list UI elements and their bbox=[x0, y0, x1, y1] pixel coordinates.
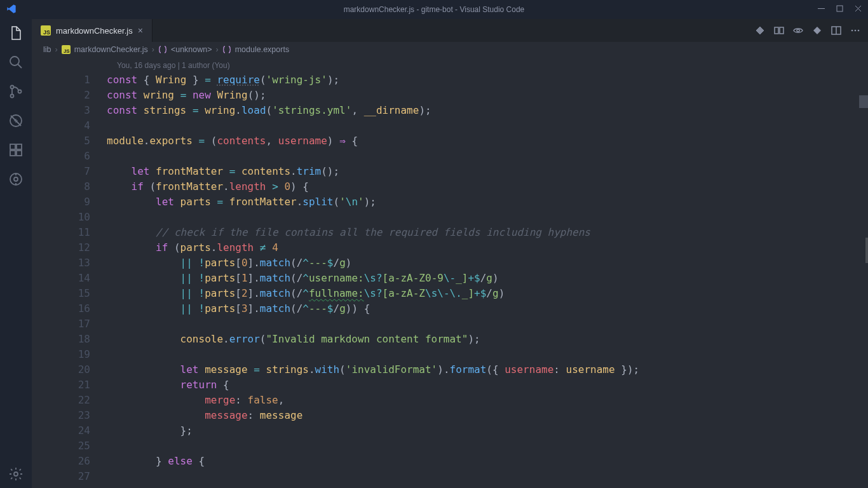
extensions-icon[interactable] bbox=[8, 142, 24, 158]
line-number: 23 bbox=[32, 408, 107, 423]
svg-point-19 bbox=[855, 30, 857, 32]
js-file-icon: JS bbox=[62, 45, 71, 54]
breadcrumb[interactable]: lib › JS markdownChecker.js › <unknown> … bbox=[32, 42, 868, 57]
line-number: 3 bbox=[32, 103, 107, 118]
maximize-button[interactable] bbox=[836, 5, 843, 14]
svg-point-2 bbox=[10, 57, 19, 65]
line-number: 8 bbox=[32, 179, 107, 194]
symbol-object-icon bbox=[158, 45, 167, 54]
line-number: 12 bbox=[32, 240, 107, 255]
toolbar-diamond-icon[interactable] bbox=[755, 25, 765, 36]
svg-rect-10 bbox=[17, 144, 22, 149]
window-title: markdownChecker.js - gitme-bot - Visual … bbox=[344, 5, 525, 14]
js-file-icon: JS bbox=[41, 25, 51, 36]
line-number: 17 bbox=[32, 316, 107, 332]
editor-area: JS markdownChecker.js × lib › JS markdow… bbox=[32, 19, 868, 488]
svg-rect-1 bbox=[837, 6, 843, 11]
line-number: 15 bbox=[32, 286, 107, 301]
line-number: 25 bbox=[32, 438, 107, 454]
chevron-right-icon: › bbox=[152, 45, 154, 54]
line-number: 1 bbox=[32, 72, 107, 88]
breadcrumb-seg-module-exports[interactable]: module.exports bbox=[235, 45, 289, 54]
line-number: 4 bbox=[32, 118, 107, 133]
vscode-logo-icon bbox=[6, 4, 17, 16]
toolbar-split-icon[interactable] bbox=[831, 25, 841, 36]
close-window-button[interactable] bbox=[855, 5, 862, 14]
line-number: 27 bbox=[32, 469, 107, 484]
svg-point-4 bbox=[11, 95, 14, 98]
svg-point-12 bbox=[14, 177, 18, 181]
minimize-button[interactable] bbox=[818, 5, 825, 14]
svg-point-16 bbox=[797, 29, 799, 32]
svg-rect-8 bbox=[10, 151, 15, 156]
settings-gear-icon[interactable] bbox=[8, 466, 24, 482]
line-number: 21 bbox=[32, 377, 107, 393]
line-number: 11 bbox=[32, 225, 107, 240]
symbol-object-icon bbox=[222, 45, 231, 54]
tab-markdown-checker[interactable]: JS markdownChecker.js × bbox=[32, 19, 153, 42]
line-number: 22 bbox=[32, 393, 107, 408]
source-control-icon[interactable] bbox=[8, 84, 24, 99]
line-number: 7 bbox=[32, 164, 107, 179]
line-number: 6 bbox=[32, 149, 107, 164]
debug-icon[interactable] bbox=[8, 113, 24, 128]
tab-close-icon[interactable]: × bbox=[138, 25, 143, 36]
svg-point-13 bbox=[14, 472, 18, 476]
line-number: 26 bbox=[32, 454, 107, 469]
breadcrumb-seg-file[interactable]: markdownChecker.js bbox=[74, 45, 148, 54]
chevron-right-icon: › bbox=[216, 45, 219, 54]
tab-filename: markdownChecker.js bbox=[56, 26, 133, 36]
svg-rect-7 bbox=[10, 144, 15, 149]
svg-point-3 bbox=[11, 86, 14, 89]
line-number: 9 bbox=[32, 194, 107, 210]
toolbar-more-icon[interactable] bbox=[850, 25, 860, 36]
line-number: 18 bbox=[32, 332, 107, 347]
breadcrumb-seg-lib[interactable]: lib bbox=[43, 45, 51, 54]
chevron-right-icon: › bbox=[55, 45, 58, 54]
svg-point-18 bbox=[851, 30, 853, 32]
line-number: 19 bbox=[32, 347, 107, 362]
line-number: 10 bbox=[32, 210, 107, 225]
svg-point-5 bbox=[18, 90, 22, 93]
line-number: 13 bbox=[32, 255, 107, 271]
svg-rect-14 bbox=[775, 27, 778, 34]
svg-point-20 bbox=[858, 30, 860, 32]
svg-rect-9 bbox=[17, 151, 22, 156]
activity-bar bbox=[0, 19, 32, 488]
gitlens-icon[interactable] bbox=[8, 172, 24, 187]
title-bar: markdownChecker.js - gitme-bot - Visual … bbox=[0, 0, 868, 19]
breadcrumb-seg-unknown[interactable]: <unknown> bbox=[171, 45, 212, 54]
line-number: 24 bbox=[32, 423, 107, 438]
line-number: 5 bbox=[32, 133, 107, 149]
codelens-blame[interactable]: You, 16 days ago | 1 author (You) bbox=[117, 61, 230, 70]
toolbar-eye-icon[interactable] bbox=[793, 25, 803, 36]
svg-rect-0 bbox=[818, 8, 825, 9]
explorer-icon[interactable] bbox=[8, 25, 24, 41]
line-number: 16 bbox=[32, 301, 107, 316]
search-icon[interactable] bbox=[8, 55, 24, 70]
line-number: 14 bbox=[32, 271, 107, 286]
line-number: 2 bbox=[32, 88, 107, 103]
toolbar-diamond2-icon[interactable] bbox=[812, 25, 822, 36]
code-editor[interactable]: You, 16 days ago | 1 author (You) 1const… bbox=[32, 57, 868, 488]
svg-rect-15 bbox=[780, 27, 783, 34]
tabs-bar: JS markdownChecker.js × bbox=[32, 19, 868, 42]
toolbar-compare-icon[interactable] bbox=[774, 25, 784, 36]
line-number: 20 bbox=[32, 362, 107, 377]
